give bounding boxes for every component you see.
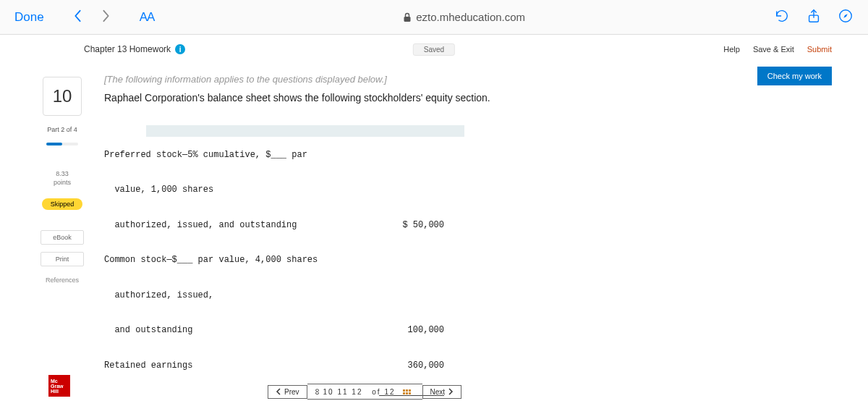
retained-label: Retained earnings	[104, 360, 379, 371]
question-number: 10	[43, 77, 82, 116]
lock-icon	[403, 12, 412, 22]
highlight-bar	[146, 125, 464, 137]
common-line3: and outstanding	[104, 324, 379, 336]
prev-label: Prev	[284, 388, 299, 396]
forward-button[interactable]	[102, 9, 111, 25]
preferred-line1: Preferred stock—5% cumulative, $___ par	[104, 149, 379, 161]
preferred-line2: value, 1,000 shares	[104, 184, 379, 195]
url-text: ezto.mheducation.com	[416, 11, 525, 23]
common-line1: Common stock—$___ par value, 4,000 share…	[104, 254, 379, 266]
done-button[interactable]: Done	[14, 10, 44, 25]
part-indicator: Part 2 of 4	[47, 126, 77, 133]
compass-button[interactable]	[838, 8, 854, 27]
assignment-header: Chapter 13 Homework i Saved Help Save & …	[36, 35, 832, 64]
reload-button[interactable]	[774, 8, 790, 27]
submit-link[interactable]: Submit	[807, 45, 832, 54]
part-progress	[46, 143, 78, 145]
preferred-value: $ 50,000	[379, 219, 444, 231]
references-button[interactable]: References	[41, 274, 84, 287]
svg-rect-0	[404, 17, 411, 22]
text-size-button[interactable]: AA	[140, 10, 155, 25]
intro-text: Raphael Corporation's balance sheet show…	[104, 92, 509, 104]
common-line2: authorized, issued,	[104, 290, 379, 301]
page-selector[interactable]: ∞ 10 11 12 of 12	[307, 384, 422, 400]
common-value: 100,000	[379, 324, 444, 336]
back-button[interactable]	[73, 9, 82, 25]
balance-sheet: Preferred stock—5% cumulative, $___ par …	[104, 114, 687, 401]
preferred-line3: authorized, issued, and outstanding	[104, 219, 379, 231]
mcgraw-hill-logo: Mc Graw Hill	[48, 375, 70, 397]
question-nav: Prev ∞ 10 11 12 of 12 Next	[268, 384, 461, 400]
assignment-title-text: Chapter 13 Homework	[84, 44, 171, 54]
grid-icon	[403, 389, 411, 394]
points-label: 8.33 points	[54, 170, 71, 187]
assignment-title: Chapter 13 Homework i	[84, 44, 185, 54]
question-body: [The following information applies to th…	[104, 74, 832, 401]
chevron-right-icon	[448, 388, 454, 395]
retained-value: 360,000	[379, 360, 444, 371]
browser-right-icons	[774, 8, 854, 27]
context-note: [The following information applies to th…	[104, 74, 687, 85]
address-bar[interactable]: ezto.mheducation.com	[169, 11, 760, 23]
page-content: Chapter 13 Homework i Saved Help Save & …	[0, 35, 868, 401]
page-of: of 12	[372, 388, 395, 396]
assignment-actions: Help Save & Exit Submit	[723, 45, 832, 54]
svg-marker-3	[843, 14, 848, 18]
nav-arrows	[73, 9, 111, 25]
next-label: Next	[430, 388, 446, 396]
print-button[interactable]: Print	[41, 252, 84, 266]
save-exit-link[interactable]: Save & Exit	[753, 45, 794, 54]
chevron-left-icon	[276, 388, 281, 395]
logo-l1: Mc	[51, 379, 70, 384]
next-button[interactable]: Next	[422, 385, 462, 399]
share-button[interactable]	[806, 8, 822, 27]
skipped-badge: Skipped	[42, 198, 83, 210]
prev-button[interactable]: Prev	[268, 385, 307, 399]
logo-l3: Hill	[51, 389, 70, 394]
points-text: points	[54, 179, 71, 186]
points-value: 8.33	[56, 170, 69, 177]
page-numbers: 10 11 12	[323, 388, 363, 396]
saved-indicator: Saved	[413, 43, 455, 56]
info-icon[interactable]: i	[175, 44, 185, 54]
logo-l2: Graw	[51, 384, 70, 389]
browser-toolbar: Done AA ezto.mheducation.com	[0, 0, 868, 35]
question-sidebar: 10 Part 2 of 4 8.33 points Skipped eBook…	[36, 74, 88, 401]
ebook-button[interactable]: eBook	[41, 230, 84, 245]
help-link[interactable]: Help	[723, 45, 740, 54]
link-icon: ∞	[312, 389, 323, 394]
